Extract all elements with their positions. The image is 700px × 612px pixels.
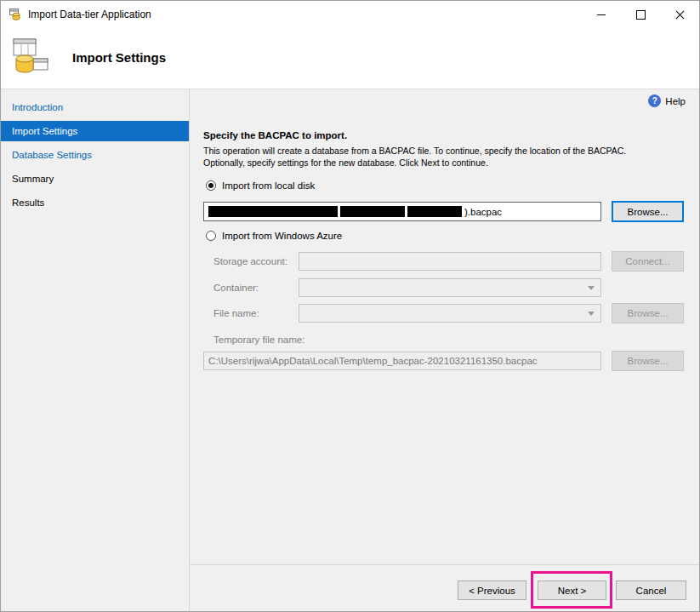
radio-azure-label: Import from Windows Azure (222, 231, 342, 241)
file-name-dropdown (299, 304, 601, 323)
wizard-nav: Introduction Import Settings Database Se… (1, 89, 190, 611)
maximize-button[interactable] (621, 1, 660, 28)
file-name-label: File name: (213, 308, 259, 318)
help-label: Help (665, 96, 686, 106)
radio-selected-icon (206, 180, 216, 191)
minimize-icon (597, 14, 606, 15)
bacpac-file-input[interactable]: ).bacpac (203, 202, 601, 221)
minimize-button[interactable] (582, 1, 621, 28)
chevron-down-icon (588, 286, 595, 290)
previous-button[interactable]: < Previous (458, 581, 526, 600)
radio-local-label: Import from local disk (222, 180, 315, 191)
help-icon: ? (648, 94, 661, 107)
titlebar: Import Data-tier Application (1, 1, 699, 28)
storage-account-input (299, 252, 601, 271)
temporary-file-name-label: Temporary file name: (213, 335, 304, 345)
sidebar-item-import-settings[interactable]: Import Settings (1, 121, 189, 141)
close-button[interactable] (660, 1, 699, 28)
sidebar-item-introduction[interactable]: Introduction (1, 97, 189, 117)
connect-button: Connect... (612, 251, 684, 272)
window-controls (582, 1, 699, 28)
next-button[interactable]: Next > (538, 581, 606, 600)
cancel-button[interactable]: Cancel (616, 581, 686, 600)
section-heading: Specify the BACPAC to import. (203, 130, 347, 140)
page-title: Import Settings (72, 50, 166, 65)
bacpac-file-suffix: ).bacpac (464, 207, 502, 217)
redaction-bar (340, 206, 405, 217)
storage-account-label: Storage account: (213, 256, 287, 266)
wizard-header: Import Settings (1, 28, 699, 89)
browse-temp-button: Browse... (612, 351, 684, 371)
sidebar-item-summary[interactable]: Summary (1, 169, 189, 189)
maximize-icon (636, 10, 646, 20)
app-icon (9, 8, 22, 21)
import-dac-icon (11, 37, 50, 79)
help-link[interactable]: ? Help (648, 94, 686, 107)
container-label: Container: (213, 283, 259, 293)
container-dropdown (299, 278, 601, 297)
browse-local-button[interactable]: Browse... (612, 201, 684, 222)
sidebar-item-results[interactable]: Results (1, 192, 189, 213)
sidebar-item-database-settings[interactable]: Database Settings (1, 145, 189, 165)
radio-import-local-disk[interactable]: Import from local disk (206, 180, 315, 191)
redaction-bar (208, 206, 338, 217)
description-line-1: This operation will create a database fr… (203, 146, 626, 156)
close-icon (674, 9, 685, 20)
window-title: Import Data-tier Application (28, 9, 151, 20)
radio-import-windows-azure[interactable]: Import from Windows Azure (206, 231, 342, 241)
redaction-bar (407, 206, 462, 217)
radio-unselected-icon (206, 231, 216, 241)
chevron-down-icon (588, 312, 595, 316)
description-line-2: Optionally, specify settings for the new… (203, 157, 488, 168)
import-dac-wizard-window: Import Data-tier Application Import Sett… (0, 0, 700, 612)
footer-divider (190, 564, 699, 565)
temporary-file-input: C:\Users\rijwa\AppData\Local\Temp\temp_b… (203, 352, 601, 370)
browse-azure-button: Browse... (612, 303, 684, 323)
